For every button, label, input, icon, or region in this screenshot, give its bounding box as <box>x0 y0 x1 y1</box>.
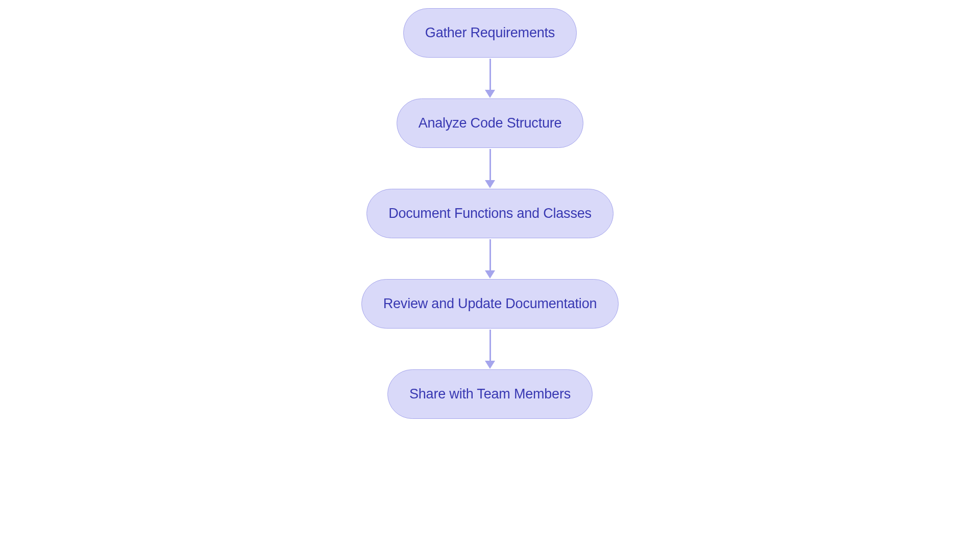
arrow-icon <box>485 148 495 189</box>
flowchart-node-0: Gather Requirements <box>403 8 577 58</box>
arrow-icon <box>485 58 495 98</box>
flowchart-node-2: Document Functions and Classes <box>366 189 614 238</box>
node-label: Review and Update Documentation <box>383 296 597 311</box>
node-label: Document Functions and Classes <box>388 206 592 221</box>
arrow-icon <box>485 329 495 369</box>
arrow-icon <box>485 238 495 279</box>
flowchart-node-4: Share with Team Members <box>387 369 593 419</box>
node-label: Analyze Code Structure <box>419 115 562 131</box>
flowchart-container: Gather Requirements Analyze Code Structu… <box>361 8 619 419</box>
flowchart-node-1: Analyze Code Structure <box>397 98 584 148</box>
node-label: Share with Team Members <box>409 386 571 402</box>
node-label: Gather Requirements <box>425 25 555 40</box>
flowchart-node-3: Review and Update Documentation <box>361 279 619 329</box>
